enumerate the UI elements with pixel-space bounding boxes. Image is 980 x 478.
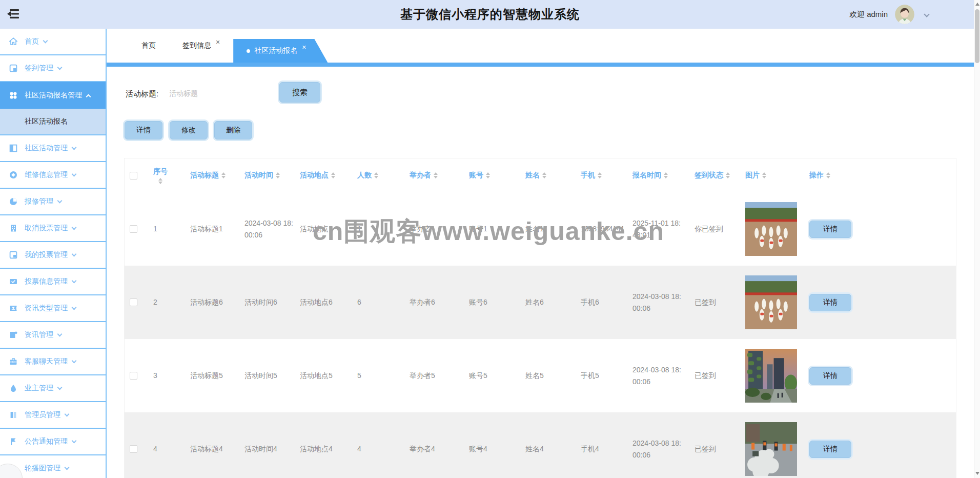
sidebar-item[interactable]: 资讯管理 [0,322,106,349]
sort-icon[interactable] [486,172,490,178]
sort-icon[interactable] [726,172,730,178]
sidebar-item[interactable]: 社区活动报名管理 [0,82,106,109]
cell-count: 6 [357,296,410,308]
avatar[interactable] [895,5,914,24]
cell-index: 3 [153,370,190,381]
chevron-icon [72,278,77,284]
column-header[interactable]: 姓名 [525,171,581,180]
chevron-icon [72,252,77,257]
search-input[interactable] [169,84,274,103]
scroll-up-arrow-icon[interactable] [975,3,979,6]
tab[interactable]: 社区活动报名 × [233,39,328,63]
detail-button[interactable]: 详情 [125,121,162,140]
sort-icon[interactable] [542,172,546,178]
cancel-vote-icon [9,224,17,232]
main-content: 活动标题: 搜索 详情 修改 删除 序号 活动标题 活动时间 [107,67,974,478]
column-header[interactable]: 举办者 [410,171,469,180]
cell-title: 活动标题5 [190,370,244,381]
search-button[interactable]: 搜索 [279,82,320,103]
sidebar-item[interactable]: 公告通知管理 [0,429,106,455]
cell-host: 举办者5 [410,370,469,381]
column-header[interactable]: 序号 [153,167,190,184]
row-checkbox[interactable] [130,225,137,233]
community-activity-icon [9,144,17,152]
cell-name: 姓名4 [525,443,581,454]
chevron-icon [57,65,63,70]
sidebar-item[interactable]: 取消投票管理 [0,215,106,242]
column-header[interactable]: 活动时间 [244,171,300,180]
sidebar-item[interactable]: 业主管理 [0,375,106,402]
column-header[interactable]: 活动标题 [190,171,244,180]
sort-icon[interactable] [434,172,438,178]
sidebar-item[interactable]: 管理员管理 [0,402,106,429]
sidebar-item[interactable]: 客服聊天管理 [0,349,106,375]
column-header[interactable]: 手机 [581,171,632,180]
cell-place: 活动地点4 [300,443,357,454]
table-row: 3 活动标题5 活动时间5 活动地点5 5 举办者5 账号5 姓名5 手机5 2… [125,339,956,412]
chevron-icon [65,412,70,417]
cell-index: 1 [153,223,190,234]
chevron-icon [57,198,63,204]
table-row: 1 活动标题1 2024-03-08 18:00:06 活动地点1 1 举办者1… [125,192,956,266]
cell-host: 举办者1 [410,223,469,234]
cell-host: 举办者4 [410,443,469,454]
delete-button[interactable]: 删除 [214,121,252,140]
sidebar-item[interactable]: 社区活动管理 [0,135,106,162]
tab-close-icon[interactable]: × [216,38,220,46]
my-vote-icon [9,251,17,259]
row-detail-button[interactable]: 详情 [809,441,851,458]
sort-icon[interactable] [158,178,162,184]
column-header[interactable]: 报名时间 [632,171,695,180]
vertical-scrollbar[interactable] [974,0,980,478]
row-checkbox[interactable] [130,298,137,306]
sort-icon[interactable] [762,172,766,178]
sort-icon[interactable] [664,172,668,178]
table-row: 2 活动标题6 活动时间6 活动地点6 6 举办者6 账号6 姓名6 手机6 2… [125,266,956,339]
sort-icon[interactable] [221,172,226,178]
tab-close-icon[interactable]: × [302,43,306,51]
cell-time: 2024-03-08 18:00:06 [244,217,294,241]
sort-icon[interactable] [374,172,378,178]
modify-button[interactable]: 修改 [170,121,208,140]
sort-icon[interactable] [598,172,602,178]
column-header[interactable]: 账号 [469,171,525,180]
sidebar-item[interactable]: 我的投票管理 [0,242,106,269]
row-detail-button[interactable]: 详情 [809,294,851,311]
sort-icon[interactable] [331,172,335,178]
column-header[interactable]: 签到状态 [695,171,745,180]
select-all-checkbox[interactable] [130,172,137,180]
sidebar-item[interactable]: 首页 [0,29,106,55]
row-detail-button[interactable]: 详情 [809,367,851,385]
cell-phone: 手机5 [581,370,632,381]
sort-icon[interactable] [276,172,280,178]
checkin-icon [9,64,17,72]
chevron-icon [72,305,77,310]
cell-account: 账号1 [469,223,525,234]
sort-icon[interactable] [826,172,830,178]
row-checkbox[interactable] [130,445,137,453]
sidebar-item[interactable]: 投票信息管理 [0,269,106,295]
chevron-icon [72,145,77,150]
sidebar-item[interactable]: 资讯类型管理 [0,295,106,322]
cell-name: 姓名5 [525,370,581,381]
sidebar-item[interactable]: 社区活动报名 [0,109,106,135]
tab[interactable]: 签到信息 × [169,29,233,63]
column-header[interactable]: 操作 [809,171,956,180]
sidebar-item[interactable]: 报修管理 [0,189,106,215]
admin-icon [9,411,17,419]
scroll-down-arrow-icon[interactable] [975,472,979,475]
cell-count: 5 [357,370,410,381]
column-header[interactable]: 人数 [357,171,410,180]
sidebar-item[interactable]: 签到管理 [0,55,106,82]
column-header[interactable]: 图片 [745,171,809,180]
cell-phone: 手机4 [581,443,632,454]
sidebar-item[interactable]: 维修信息管理 [0,162,106,189]
scrollbar-thumb[interactable] [975,9,979,63]
repair-info-icon [9,171,17,179]
column-header[interactable]: 活动地点 [300,171,357,180]
tab[interactable]: 首页 × [128,29,169,63]
active-dot-icon [247,49,250,53]
cell-phone: 13981984141 [581,223,632,234]
row-detail-button[interactable]: 详情 [809,221,851,238]
row-checkbox[interactable] [130,372,137,380]
